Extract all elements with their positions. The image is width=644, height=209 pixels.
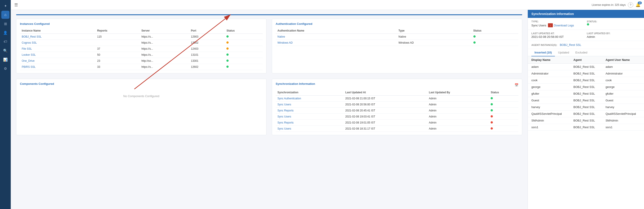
sidebar: ✦ ⌂ ⊞ 👤 🏷 🔍 📊 ⚙ [0,0,11,209]
instance-reports: 115 [96,34,140,40]
list-item: QaaWSServletPrincipal BOBJ_Rest SSL QaaW… [528,111,644,117]
sync-updated-at: 2021-02-08 20:56:00 IST [344,102,427,108]
sync-name: Sync Users [276,102,344,108]
tab-updated[interactable]: Updated [555,49,572,56]
instance-server: https://s... [140,46,189,52]
col-agent-user-name: Agent User Name [602,56,644,64]
table-row: Cognos SSL https://s... 13502 [20,40,263,46]
sidebar-icon-home[interactable]: ⌂ [1,11,10,19]
auth-status [472,40,518,46]
sync-status [489,108,518,114]
status-dot [490,127,493,130]
download-logs-button[interactable]: ↓ Download Logs [548,23,574,27]
status-dot [226,35,228,38]
last-updated-at-value: 2021-02-08 20:56:00 IST [531,35,585,38]
display-name: gfuller [528,90,570,97]
type-label: Type: [531,20,585,23]
col-auth-status: Status [472,28,518,34]
auth-table: Authentication Name Type Status Native N… [276,28,518,46]
help-button[interactable]: ? [628,2,633,7]
type-value: Sync Users [531,24,546,27]
table-row: Sync Authentication 2021-02-08 21:00:15 … [276,96,518,102]
sync-updated-at: 2021-02-08 18:31:17 IST [344,126,427,132]
agent-name: BOBJ_Rest SSL [570,97,602,104]
display-name: cook [528,77,570,84]
sync-name: Sync Users [276,126,344,132]
col-agent: Agent [570,56,602,64]
instance-status [224,58,263,64]
instances-table: Instance Name Reports Server Port Status… [20,28,263,70]
table-row: PBIRS SSL 33 https://s... 12602 [20,64,263,70]
sidebar-icon-tag[interactable]: 🏷 [1,38,10,46]
col-display-name: Display Name [528,56,570,64]
status-dot [226,47,228,50]
sync-updated-by: Admin [427,114,489,120]
status-info: Status: [587,20,641,27]
main-panel: Instances Configured Instance Name Repor… [11,10,528,209]
tab-inserted--10-[interactable]: Inserted (10) [531,49,555,56]
sync-status [489,120,518,126]
agent-name: BOBJ_Rest SSL [570,117,602,124]
updated-row: Last updated at: 2021-02-08 20:56:00 IST… [528,30,644,41]
col-sync: Synchronization [276,89,344,96]
status-dot [473,35,476,38]
display-name: ssrs1 [528,124,570,131]
instance-status [224,64,263,70]
agent-instances-value: BOBJ_Rest SSL [560,43,581,46]
sidebar-icon-settings[interactable]: ⚙ [1,64,10,72]
tab-excluded[interactable]: Excluded [572,49,590,56]
display-name: harvey [528,104,570,111]
agent-user-name: ssrs1 [602,124,644,131]
instance-port: 12403 [189,46,225,52]
table-row: Native Native [276,34,518,40]
instance-port: 12903 [189,34,225,40]
right-panel-header: Synchronization Information [528,10,644,18]
sync-status [489,114,518,120]
status-value [587,23,641,25]
last-updated-by-label: Last updated by: [587,32,641,35]
menu-icon[interactable]: ☰ [14,2,18,7]
display-name: george [528,84,570,90]
display-name: QaaWSServletPrincipal [528,111,570,117]
instance-status [224,52,263,58]
sidebar-icon-grid[interactable]: ⊞ [1,20,10,28]
calendar-icon[interactable]: 📅 [514,83,518,87]
instance-name: File SSL [20,46,96,52]
instance-port: 13301 [189,58,225,64]
sync-updated-by: Admin [427,108,489,114]
agent-name: BOBJ_Rest SSL [570,90,602,97]
type-status-row: Type: Sync Users ↓ Download Logs Status: [528,18,644,30]
agent-name: BOBJ_Rest SSL [570,84,602,90]
sidebar-icon-person[interactable]: 👤 [1,29,10,37]
instances-panel: Instances Configured Instance Name Repor… [16,19,266,73]
sidebar-icon-search[interactable]: 🔍 [1,46,10,55]
bottom-section: Components Configured No Components Conf… [16,79,522,135]
instance-name: Looker SSL [20,52,96,58]
sync-name: Sync Authentication [276,96,344,102]
table-row: Looker SSL 50 https://s... 13101 [20,52,263,58]
table-row: Sync Reports 2021-02-08 20:45:41 IST Adm… [276,108,518,114]
list-item: harvey BOBJ_Rest SSL harvey [528,104,644,111]
list-item: ssrs1 BOBJ_Rest SSL ssrs1 [528,124,644,131]
col-port: Port [189,28,225,34]
status-dot [490,97,493,99]
table-row: Sync Users 2021-02-08 19:03:41 IST Admin [276,114,518,120]
sidebar-icon-chart[interactable]: 📊 [1,55,10,64]
auth-type: Native [397,34,472,40]
sync-status [489,126,518,132]
instance-reports: 37 [96,46,140,52]
display-name: adam [528,64,570,70]
table-row: Sync Users 2021-02-08 18:31:17 IST Admin [276,126,518,132]
sync-panel: Synchronization Information 📅 Synchroniz… [272,79,522,135]
instance-reports: 50 [96,52,140,58]
right-panel: Synchronization Information Type: Sync U… [528,10,644,209]
sync-status [489,102,518,108]
bell-badge: 44 [638,1,642,4]
auth-type: Windows AD [397,40,472,46]
col-sync-status: Status [489,89,518,96]
notification-bell[interactable]: 🔔 44 [636,2,640,7]
agent-user-name: gfuller [602,90,644,97]
table-row: Sync Reports 2021-02-08 19:01:05 IST Adm… [276,120,518,126]
sidebar-icon-sun[interactable]: ✦ [1,2,10,10]
instance-status [224,40,263,46]
